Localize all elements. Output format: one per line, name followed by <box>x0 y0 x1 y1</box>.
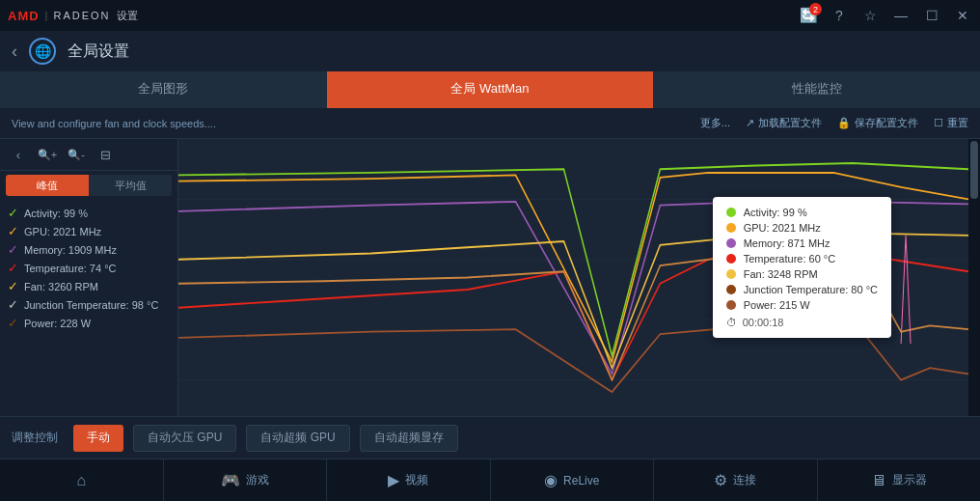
close-button[interactable]: ✕ <box>953 6 972 25</box>
home-button[interactable]: ⌂ <box>0 459 164 501</box>
auto-undervolt-button[interactable]: 自动欠压 GPU <box>133 425 236 452</box>
games-icon: 🎮 <box>221 471 240 489</box>
save-config-button[interactable]: 🔒 保存配置文件 <box>837 116 918 130</box>
display-label: 显示器 <box>892 472 927 488</box>
tooltip-color-dot <box>726 300 736 310</box>
scroll-left-button[interactable]: ‹ <box>6 143 31 166</box>
load-config-button[interactable]: ↗ 加载配置文件 <box>746 116 822 130</box>
tooltip-color-dot <box>726 285 736 294</box>
metric-label: Memory: 1909 MHz <box>24 244 117 256</box>
metric-item: ✓ Power: 228 W <box>8 316 170 330</box>
subtitle-bar: View and configure fan and clock speeds.… <box>0 108 980 139</box>
chart-scrollbar[interactable] <box>968 139 980 416</box>
save-icon: 🔒 <box>837 117 851 129</box>
auto-oc-mem-button[interactable]: 自动超频显存 <box>360 425 458 452</box>
nav-connect[interactable]: ⚙ 连接 <box>654 459 818 501</box>
metric-item: ✓ GPU: 2021 MHz <box>8 224 170 238</box>
more-button[interactable]: 更多... <box>700 116 730 130</box>
manual-button[interactable]: 手动 <box>73 425 123 452</box>
scrollbar-thumb[interactable] <box>970 141 978 199</box>
auto-oc-gpu-button[interactable]: 自动超频 GPU <box>246 425 349 452</box>
metric-label: Temperature: 74 °C <box>24 263 117 274</box>
zoom-out-button[interactable]: 🔍- <box>64 143 89 166</box>
adjust-bar: 调整控制 手动 自动欠压 GPU 自动超频 GPU 自动超频显存 <box>0 416 980 459</box>
tooltip-item-label: Activity: 99 % <box>744 207 807 218</box>
metric-label: Junction Temperature: 98 °C <box>24 299 158 311</box>
tooltip-timestamp: 00:00:18 <box>743 317 784 328</box>
metric-check-icon: ✓ <box>8 297 18 312</box>
metrics-list: ✓ Activity: 99 % ✓ GPU: 2021 MHz ✓ Memor… <box>0 200 177 336</box>
help-button[interactable]: ? <box>830 6 849 25</box>
tooltip-color-dot <box>726 223 736 233</box>
avg-button[interactable]: 平均值 <box>89 175 172 196</box>
video-icon: ▶ <box>388 471 399 489</box>
tooltip-time: ⏱00:00:18 <box>726 317 878 328</box>
metric-item: ✓ Temperature: 74 °C <box>8 261 170 275</box>
tab-bar: 全局图形 全局 WattMan 性能监控 <box>0 71 980 108</box>
tooltip-row: Junction Temperature: 80 °C <box>726 284 878 295</box>
relive-label: ReLive <box>563 474 599 487</box>
metric-label: Fan: 3260 RPM <box>24 281 98 292</box>
global-settings-icon: 🌐 <box>29 38 56 65</box>
star-button[interactable]: ☆ <box>860 6 880 25</box>
tooltip-color-dot <box>726 208 736 217</box>
tab-wattman[interactable]: 全局 WattMan <box>327 71 654 108</box>
nav-games[interactable]: 🎮 游戏 <box>164 459 328 501</box>
adjust-label: 调整控制 <box>12 430 58 446</box>
relive-icon: ◉ <box>544 471 558 489</box>
peak-avg-toggle: 峰值 平均值 <box>6 175 172 196</box>
tab-perf[interactable]: 性能监控 <box>653 71 980 108</box>
tooltip-row: Power: 215 W <box>726 299 878 311</box>
nav-video[interactable]: ▶ 视频 <box>327 459 491 501</box>
main-content: ‹ 🔍+ 🔍- ⊟ 峰值 平均值 ✓ Activity: 99 % ✓ GPU:… <box>0 139 980 416</box>
settings-text: 设置 <box>117 9 138 23</box>
chart-area: Activity: 99 % GPU: 2021 MHz Memory: 871… <box>178 139 968 416</box>
chart-tooltip: Activity: 99 % GPU: 2021 MHz Memory: 871… <box>713 197 891 338</box>
nav-relive[interactable]: ◉ ReLive <box>491 459 655 501</box>
nav-display[interactable]: 🖥 显示器 <box>818 459 981 501</box>
load-icon: ↗ <box>746 117 754 129</box>
notification-count: 2 <box>809 3 822 15</box>
tooltip-row: GPU: 2021 MHz <box>726 222 878 234</box>
subtitle-description: View and configure fan and clock speeds.… <box>12 118 216 129</box>
metric-item: ✓ Junction Temperature: 98 °C <box>8 297 170 312</box>
divider: | <box>45 10 48 21</box>
reset-button[interactable]: ☐ 重置 <box>934 116 968 130</box>
tooltip-row: Memory: 871 MHz <box>726 237 878 249</box>
tooltip-item-label: Power: 215 W <box>744 299 810 311</box>
title-bar: AMD | RADEON 设置 🔄 2 ? ☆ — ☐ ✕ <box>0 0 980 31</box>
subtitle-actions: 更多... ↗ 加载配置文件 🔒 保存配置文件 ☐ 重置 <box>700 116 968 130</box>
back-button[interactable]: ‹ <box>12 42 17 62</box>
minimize-button[interactable]: — <box>891 6 911 25</box>
chart-toolbar: ‹ 🔍+ 🔍- ⊟ <box>0 139 177 171</box>
notification-icon[interactable]: 🔄 2 <box>800 7 818 24</box>
title-bar-right: 🔄 2 ? ☆ — ☐ ✕ <box>800 6 972 25</box>
connect-icon: ⚙ <box>714 471 727 489</box>
metric-item: ✓ Fan: 3260 RPM <box>8 279 170 293</box>
video-label: 视频 <box>405 472 428 488</box>
layout-button[interactable]: ⊟ <box>93 143 118 166</box>
radeon-text: RADEON <box>53 10 110 21</box>
tooltip-item-label: Temperature: 60 °C <box>744 253 836 264</box>
zoom-in-button[interactable]: 🔍+ <box>35 143 60 166</box>
tooltip-color-dot <box>726 238 736 248</box>
maximize-button[interactable]: ☐ <box>922 6 941 25</box>
metric-check-icon: ✓ <box>8 206 18 220</box>
peak-button[interactable]: 峰值 <box>6 175 89 196</box>
display-icon: 🖥 <box>871 472 886 489</box>
tooltip-item-label: Fan: 3248 RPM <box>744 268 818 280</box>
tooltip-item-label: GPU: 2021 MHz <box>744 222 821 234</box>
title-bar-left: AMD | RADEON 设置 <box>8 9 138 23</box>
metric-check-icon: ✓ <box>8 316 18 330</box>
left-panel: ‹ 🔍+ 🔍- ⊟ 峰值 平均值 ✓ Activity: 99 % ✓ GPU:… <box>0 139 178 416</box>
metric-check-icon: ✓ <box>8 279 18 293</box>
metric-item: ✓ Activity: 99 % <box>8 206 170 220</box>
metric-item: ✓ Memory: 1909 MHz <box>8 242 170 257</box>
amd-logo: AMD <box>8 9 40 23</box>
tooltip-color-dot <box>726 269 736 279</box>
page-title: 全局设置 <box>68 42 129 62</box>
tooltip-color-dot <box>726 254 736 264</box>
tab-graphics[interactable]: 全局图形 <box>0 71 327 108</box>
metric-label: GPU: 2021 MHz <box>24 226 101 237</box>
metric-check-icon: ✓ <box>8 261 18 275</box>
